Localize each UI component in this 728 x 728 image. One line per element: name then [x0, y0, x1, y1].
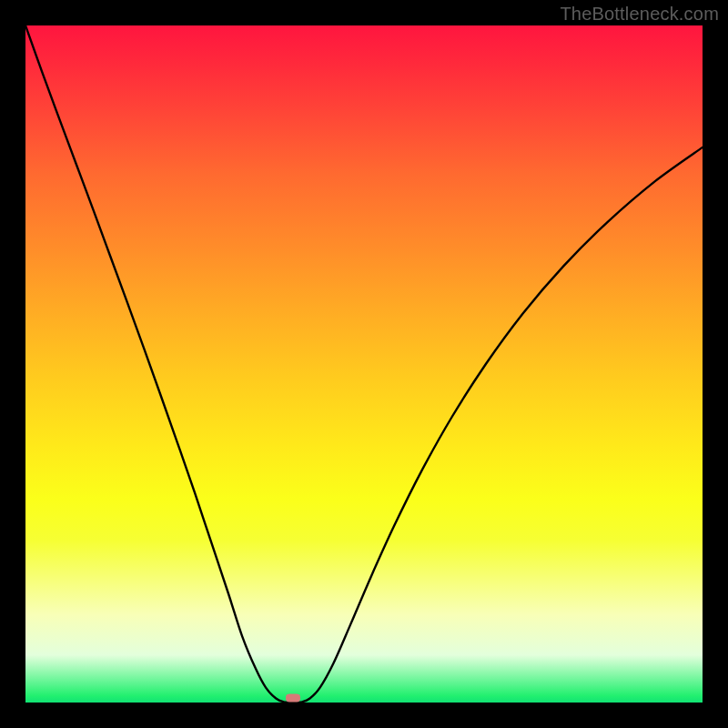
- bottleneck-curve: [25, 25, 703, 703]
- chart-frame: TheBottleneck.com: [0, 0, 728, 728]
- optimal-marker: [286, 693, 300, 702]
- watermark-label: TheBottleneck.com: [560, 4, 719, 25]
- curve-svg: [25, 25, 703, 703]
- plot-area: [25, 25, 703, 703]
